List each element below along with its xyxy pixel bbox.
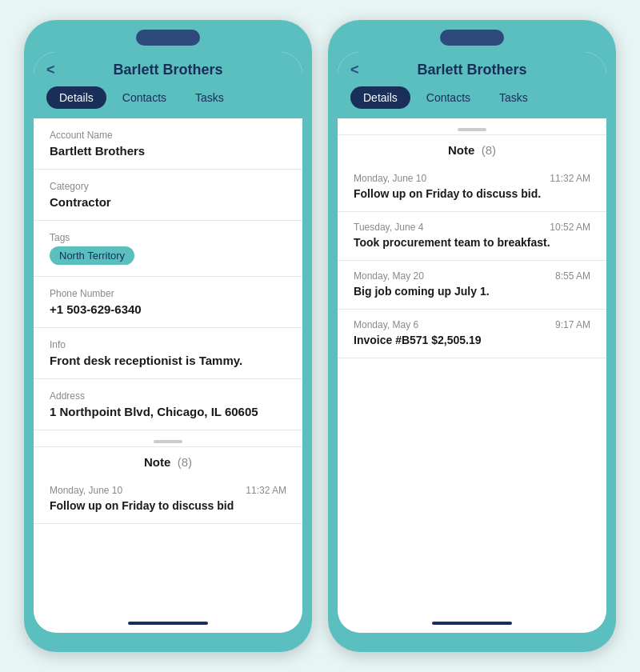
note-meta-2: Tuesday, June 4 10:52 AM	[354, 222, 590, 233]
note-date-1: Monday, June 10	[354, 173, 426, 184]
note-time-3: 8:55 AM	[555, 270, 590, 282]
phone1-screen: < Barlett Brothers Details Contacts Task…	[34, 52, 302, 633]
notes-header2: Note (8)	[338, 134, 606, 163]
note-text-3: Big job coming up July 1.	[354, 285, 590, 298]
note-item-1: Monday, June 10 11:32 AM Follow up on Fr…	[338, 163, 606, 212]
field-phone: Phone Number +1 503-629-6340	[34, 277, 302, 328]
notes-heading-label: Note (8)	[144, 455, 192, 469]
tab-contacts[interactable]: Contacts	[110, 86, 179, 109]
phone2-title: Barlett Brothers	[417, 62, 526, 78]
note-date-3: Monday, May 20	[354, 270, 424, 282]
note-meta-4: Monday, May 6 9:17 AM	[354, 319, 590, 330]
value-account-name: Bartlett Brothers	[50, 144, 286, 158]
note-date: Monday, June 10	[50, 485, 122, 496]
home-bar2	[338, 617, 606, 633]
field-tags: Tags North Territory	[34, 221, 302, 277]
note-meta: Monday, June 10 11:32 AM	[50, 485, 286, 496]
note-time-1: 11:32 AM	[550, 173, 590, 184]
field-category: Category Contractor	[34, 170, 302, 221]
label-info: Info	[50, 339, 286, 350]
notes-count2: (8)	[482, 143, 496, 157]
note-text-1: Follow up on Friday to discuss bid.	[354, 187, 590, 200]
note-item: Monday, June 10 11:32 AM Follow up on Fr…	[34, 475, 302, 524]
phone2-tabs: Details Contacts Tasks	[338, 78, 606, 118]
tag-north-territory[interactable]: North Territory	[50, 246, 134, 265]
label-account-name: Account Name	[50, 130, 286, 141]
notes-scroll-indicator-wrap	[34, 430, 302, 443]
phone2-screen: < Barlett Brothers Details Contacts Task…	[338, 52, 606, 633]
phone2-notch	[440, 30, 504, 46]
notes-heading-label2: Note (8)	[448, 143, 496, 157]
phone1-tabs: Details Contacts Tasks	[34, 78, 302, 118]
value-info: Front desk receptionist is Tammy.	[50, 354, 286, 367]
field-account-name: Account Name Bartlett Brothers	[34, 118, 302, 170]
note-item-2: Tuesday, June 4 10:52 AM Took procuremen…	[338, 212, 606, 261]
notes-scroll-indicator-wrap2	[338, 118, 606, 131]
home-indicator2	[432, 622, 512, 625]
note-time-4: 9:17 AM	[555, 319, 590, 330]
home-bar	[34, 617, 302, 633]
phone1: < Barlett Brothers Details Contacts Task…	[24, 20, 312, 652]
scroll-indicator	[154, 440, 182, 443]
tab-tasks[interactable]: Tasks	[182, 86, 237, 109]
tab2-details[interactable]: Details	[350, 86, 410, 109]
field-address: Address 1 Northpoint Blvd, Chicago, IL 6…	[34, 379, 302, 430]
label-phone: Phone Number	[50, 288, 286, 299]
notes-count: (8)	[178, 455, 192, 469]
note-text-2: Took procurement team to breakfast.	[354, 236, 590, 249]
note-item-4: Monday, May 6 9:17 AM Invoice #B571 $2,5…	[338, 310, 606, 358]
value-address: 1 Northpoint Blvd, Chicago, IL 60605	[50, 405, 286, 418]
value-category: Contractor	[50, 195, 286, 209]
value-phone: +1 503-629-6340	[50, 302, 286, 316]
phone2-header: < Barlett Brothers	[338, 52, 606, 78]
tab2-contacts[interactable]: Contacts	[414, 86, 483, 109]
phone1-back-button[interactable]: <	[46, 62, 55, 78]
note-date-4: Monday, May 6	[354, 319, 418, 330]
label-category: Category	[50, 181, 286, 192]
phone2-back-button[interactable]: <	[350, 62, 359, 78]
phone1-content: Account Name Bartlett Brothers Category …	[34, 118, 302, 617]
note-item-3: Monday, May 20 8:55 AM Big job coming up…	[338, 261, 606, 310]
label-address: Address	[50, 390, 286, 402]
phone1-header: < Barlett Brothers	[34, 52, 302, 78]
note-time: 11:32 AM	[246, 485, 286, 496]
notes-header: Note (8)	[34, 446, 302, 475]
note-text-4: Invoice #B571 $2,505.19	[354, 334, 590, 346]
label-tags: Tags	[50, 232, 286, 243]
tab-details[interactable]: Details	[46, 86, 106, 109]
note-text: Follow up on Friday to discuss bid	[50, 499, 286, 512]
note-meta-1: Monday, June 10 11:32 AM	[354, 173, 590, 184]
home-indicator	[128, 622, 208, 625]
field-info: Info Front desk receptionist is Tammy.	[34, 328, 302, 379]
note-time-2: 10:52 AM	[550, 222, 590, 233]
scroll-indicator2	[458, 128, 486, 131]
notes-panel: Note (8) Monday, June 10 11:32 AM Follow…	[338, 118, 606, 617]
phone1-notch	[136, 30, 200, 46]
note-meta-3: Monday, May 20 8:55 AM	[354, 270, 590, 282]
note-date-2: Tuesday, June 4	[354, 222, 423, 233]
phone2: < Barlett Brothers Details Contacts Task…	[328, 20, 616, 652]
phone1-title: Barlett Brothers	[113, 62, 222, 78]
tab2-tasks[interactable]: Tasks	[486, 86, 541, 109]
